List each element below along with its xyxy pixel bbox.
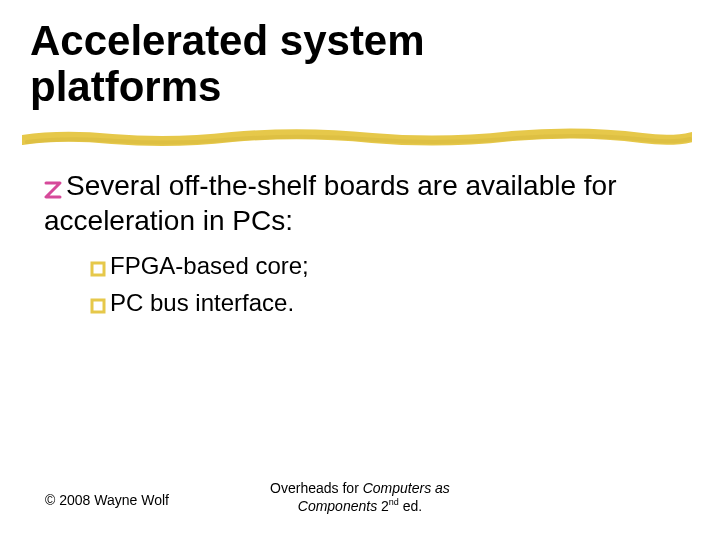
footer-line2: Components 2nd ed. (0, 497, 720, 514)
bullet-main: Several off-the-shelf boards are availab… (44, 168, 680, 238)
footer-center: Overheads for Computers asComponents 2nd… (0, 480, 720, 514)
title-underline (22, 126, 692, 148)
bullet-main-text: Several off-the-shelf boards are availab… (44, 170, 616, 236)
svg-rect-1 (92, 300, 104, 312)
svg-rect-0 (92, 263, 104, 275)
y-bullet-icon (90, 290, 110, 321)
bullet-sub-2-text: PC bus interface. (110, 289, 294, 316)
y-bullet-icon (90, 253, 110, 284)
footer-line1: Overheads for Computers as (0, 480, 720, 497)
bullet-sub-1-text: FPGA-based core; (110, 252, 309, 279)
slide-title: Accelerated system platforms (30, 18, 425, 110)
z-bullet-icon (44, 172, 66, 207)
bullet-sub-1: FPGA-based core; (90, 250, 680, 281)
bullet-sub-2: PC bus interface. (90, 287, 680, 318)
